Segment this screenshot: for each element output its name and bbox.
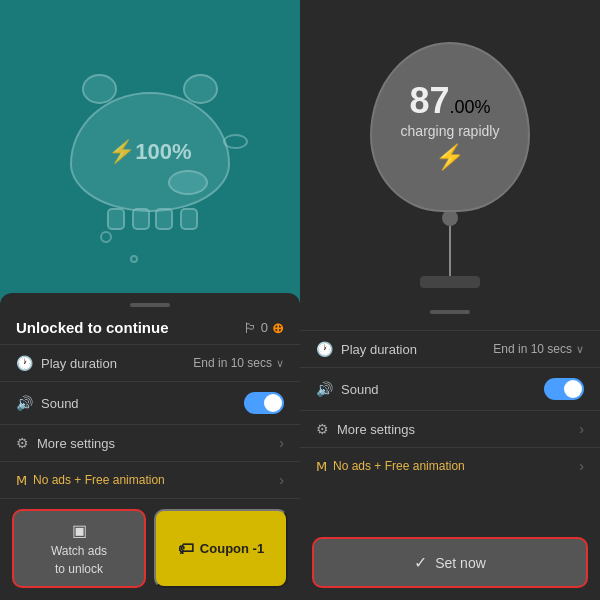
pig-tail bbox=[223, 134, 248, 149]
balloon-base bbox=[420, 276, 480, 288]
balloon-body: 87 .00% charging rapidly ⚡ bbox=[370, 42, 530, 212]
right-play-duration-label: Play duration bbox=[341, 342, 417, 357]
pig-snout bbox=[168, 170, 208, 195]
flag-badge: 🏳 0 ⊕ bbox=[243, 320, 284, 336]
right-chevron-down-icon: ∨ bbox=[576, 343, 584, 356]
watch-ads-icon: ▣ bbox=[72, 521, 87, 540]
pig-battery-percent: ⚡100% bbox=[108, 139, 191, 165]
right-more-settings-row[interactable]: ⚙ More settings › bbox=[300, 410, 600, 447]
balloon-charging-label: charging rapidly bbox=[401, 123, 500, 139]
end-in-text-left: End in 10 secs bbox=[193, 356, 272, 370]
watch-ads-line1: Watch ads bbox=[51, 544, 107, 558]
right-no-ads-icon: Ⅿ bbox=[316, 459, 327, 474]
sound-label: Sound bbox=[41, 396, 79, 411]
coupon-label: Coupon -1 bbox=[200, 541, 264, 556]
more-settings-left: ⚙ More settings bbox=[16, 435, 115, 451]
right-more-settings-chevron: › bbox=[579, 421, 584, 437]
right-sound-toggle[interactable] bbox=[544, 378, 584, 400]
sound-icon: 🔊 bbox=[16, 395, 33, 411]
gear-icon: ⚙ bbox=[16, 435, 29, 451]
sound-row[interactable]: 🔊 Sound bbox=[0, 381, 300, 424]
right-background: 87 .00% charging rapidly ⚡ bbox=[300, 0, 600, 310]
right-play-duration-row[interactable]: 🕐 Play duration End in 10 secs ∨ bbox=[300, 330, 600, 367]
plus-icon: ⊕ bbox=[272, 320, 284, 336]
right-sound-row[interactable]: 🔊 Sound bbox=[300, 367, 600, 410]
sound-left: 🔊 Sound bbox=[16, 395, 79, 411]
balloon-bolt-icon: ⚡ bbox=[435, 143, 465, 171]
right-no-ads-text: No ads + Free animation bbox=[333, 459, 465, 473]
balloon-percent-display: 87 .00% bbox=[409, 83, 490, 119]
more-settings-chevron: › bbox=[279, 435, 284, 451]
coupon-button[interactable]: 🏷 Coupon -1 bbox=[154, 509, 288, 588]
bottom-buttons: ▣ Watch ads to unlock 🏷 Coupon -1 bbox=[0, 498, 300, 600]
pig-leg-3 bbox=[155, 208, 173, 230]
right-drag-handle bbox=[430, 310, 470, 314]
set-now-label: Set now bbox=[435, 555, 486, 571]
right-no-ads-left: Ⅿ No ads + Free animation bbox=[316, 459, 465, 474]
right-more-settings-label: More settings bbox=[337, 422, 415, 437]
left-bottom-sheet: Unlocked to continue 🏳 0 ⊕ 🕐 Play durati… bbox=[0, 293, 300, 600]
decorative-circle bbox=[100, 231, 112, 243]
no-ads-chevron: › bbox=[279, 472, 284, 488]
play-duration-label: Play duration bbox=[41, 356, 117, 371]
unlocked-header: Unlocked to continue 🏳 0 ⊕ bbox=[0, 315, 300, 344]
balloon-string bbox=[449, 226, 451, 276]
right-sound-left: 🔊 Sound bbox=[316, 381, 379, 397]
pig-ear-right bbox=[183, 74, 218, 104]
check-circle-icon: ✓ bbox=[414, 553, 427, 572]
play-duration-row[interactable]: 🕐 Play duration End in 10 secs ∨ bbox=[0, 344, 300, 381]
watch-ads-line2: to unlock bbox=[55, 562, 103, 576]
sound-toggle[interactable] bbox=[244, 392, 284, 414]
pig-ear-left bbox=[82, 74, 117, 104]
right-clock-icon: 🕐 bbox=[316, 341, 333, 357]
no-ads-left: Ⅿ No ads + Free animation bbox=[16, 473, 165, 488]
set-now-button[interactable]: ✓ Set now bbox=[312, 537, 588, 588]
right-sound-icon: 🔊 bbox=[316, 381, 333, 397]
balloon-percent-decimal: .00% bbox=[450, 97, 491, 118]
drag-handle bbox=[130, 303, 170, 307]
right-play-duration-right: End in 10 secs ∨ bbox=[493, 342, 584, 356]
right-panel: 87 .00% charging rapidly ⚡ 🕐 Play durati… bbox=[300, 0, 600, 600]
coupon-icon: 🏷 bbox=[178, 540, 194, 558]
pig-body: ⚡100% bbox=[70, 92, 230, 212]
no-ads-row[interactable]: Ⅿ No ads + Free animation › bbox=[0, 461, 300, 498]
unlocked-title: Unlocked to continue bbox=[16, 319, 169, 336]
right-bottom-sheet: 🕐 Play duration End in 10 secs ∨ 🔊 Sound… bbox=[300, 300, 600, 600]
left-panel: ⚡100% Unlocked to continue 🏳 0 ⊕ 🕐 Play … bbox=[0, 0, 300, 600]
balloon-animation: 87 .00% charging rapidly ⚡ bbox=[370, 42, 530, 288]
end-in-text-right: End in 10 secs bbox=[493, 342, 572, 356]
right-play-duration-left: 🕐 Play duration bbox=[316, 341, 417, 357]
balloon-knot bbox=[442, 210, 458, 226]
right-no-ads-row[interactable]: Ⅿ No ads + Free animation › bbox=[300, 447, 600, 484]
play-duration-right: End in 10 secs ∨ bbox=[193, 356, 284, 370]
watch-ads-button[interactable]: ▣ Watch ads to unlock bbox=[12, 509, 146, 588]
no-ads-text: No ads + Free animation bbox=[33, 473, 165, 487]
left-background: ⚡100% bbox=[0, 0, 300, 303]
badge-count: 0 bbox=[261, 320, 268, 335]
flag-icon: 🏳 bbox=[243, 320, 257, 336]
right-more-settings-left: ⚙ More settings bbox=[316, 421, 415, 437]
pig-leg-1 bbox=[107, 208, 125, 230]
more-settings-row[interactable]: ⚙ More settings › bbox=[0, 424, 300, 461]
right-gear-icon: ⚙ bbox=[316, 421, 329, 437]
balloon-percent-main: 87 bbox=[409, 83, 449, 119]
chevron-down-icon: ∨ bbox=[276, 357, 284, 370]
clock-icon: 🕐 bbox=[16, 355, 33, 371]
more-settings-label: More settings bbox=[37, 436, 115, 451]
right-no-ads-chevron: › bbox=[579, 458, 584, 474]
pig-leg-2 bbox=[132, 208, 150, 230]
no-ads-icon: Ⅿ bbox=[16, 473, 27, 488]
right-sound-label: Sound bbox=[341, 382, 379, 397]
pig-animation: ⚡100% bbox=[70, 92, 230, 212]
decorative-dot bbox=[130, 255, 138, 263]
pig-leg-4 bbox=[180, 208, 198, 230]
play-duration-left: 🕐 Play duration bbox=[16, 355, 117, 371]
